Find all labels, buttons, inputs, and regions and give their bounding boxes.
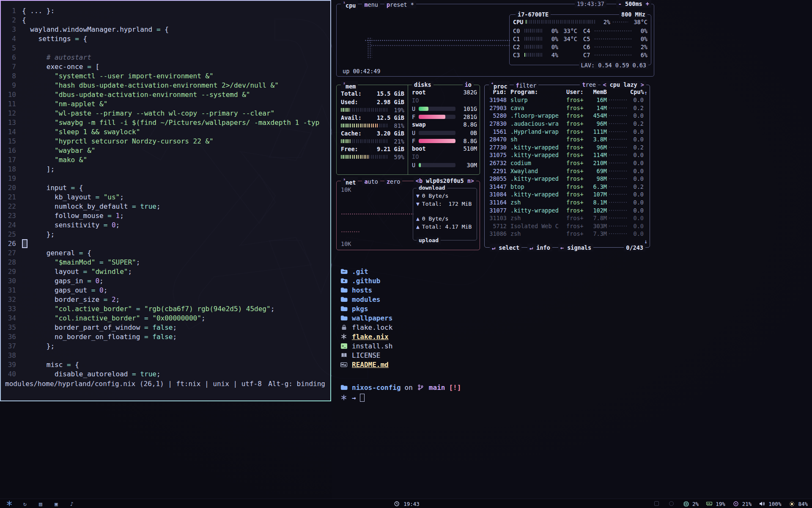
signals-button[interactable]: ← signals <box>558 244 593 251</box>
bar-nix-logo[interactable] <box>5 500 14 508</box>
process-row[interactable]: 5712Isolated Web Cfros+303M0.0 <box>487 222 644 230</box>
process-row[interactable]: 27903cavafros+14M0.2 <box>487 104 644 112</box>
disk-row: root382G <box>412 88 477 97</box>
line-number: 22 <box>1 202 16 211</box>
disk-usage-row: F8.8G <box>412 137 477 145</box>
tree-button[interactable]: tree <box>580 81 598 88</box>
editor-window[interactable]: 1{ ... }:2{3 wayland.windowManager.hyprl… <box>0 0 331 401</box>
bar-screen[interactable]: ▣ <box>52 501 60 507</box>
line-number: 4 <box>1 34 16 44</box>
disk-usage-value: 281G <box>458 113 477 120</box>
preset-button[interactable]: preset * <box>384 1 416 8</box>
disk-name: swap <box>412 121 426 129</box>
bar-music[interactable]: ♪ <box>68 501 76 507</box>
process-memory: 98M <box>588 175 607 182</box>
net-auto-button[interactable]: auto <box>362 178 380 185</box>
line-number: 17 <box>1 155 16 165</box>
cpu-total-label: CPU <box>513 19 523 25</box>
core-load: 4% <box>546 52 558 58</box>
mem-total-row: Total: 15.5 GiB <box>341 89 404 98</box>
disk-usage-label: F <box>412 138 417 144</box>
cpu-frequency: 800 MHz <box>619 11 647 18</box>
code-line-text: general = { <box>22 248 91 258</box>
process-row[interactable]: 31086zshfros+7.3M0.0 <box>487 230 644 238</box>
code-line-text: "systemctl --user import-environment &" <box>22 72 214 81</box>
process-row[interactable]: 31077.kitty-wrappedfros+102M0.0 <box>487 206 644 214</box>
code-line: 12 "wl-paste --primary --watch wl-copy -… <box>1 109 330 118</box>
process-row[interactable]: 27730.kitty-wrappedfros+96M0.2 <box>487 144 644 152</box>
line-number: 21 <box>1 193 16 202</box>
code-line: 20 input = { <box>1 183 330 193</box>
line-number: 14 <box>1 127 16 137</box>
line-number: 26 <box>1 239 16 248</box>
process-row[interactable]: 28470shfros+3.8M0.0 <box>487 135 644 144</box>
net-interface-switcher[interactable]: <b wlp0s20f0u5 n> <box>414 177 476 185</box>
process-row[interactable]: 27830.audacious-wrafros+96M0.2 <box>487 120 644 128</box>
bar-module-brightness[interactable]: 84% <box>787 501 808 507</box>
mem-percent: 19% <box>390 107 404 113</box>
bar-notes[interactable]: ▤ <box>36 501 45 507</box>
tray-icon[interactable] <box>652 501 661 507</box>
core-name: C4 <box>583 28 593 34</box>
process-pid: 31075 <box>487 152 507 158</box>
process-name: .kitty-wrapped <box>507 175 566 182</box>
bar-module-disk[interactable]: 21% <box>732 501 752 507</box>
code-line-text: # autostart <box>22 53 91 62</box>
process-pid: 31447 <box>487 183 507 190</box>
mem-stat-value: 2.98 GiB <box>377 98 404 106</box>
shell-input-line[interactable]: → <box>340 393 812 402</box>
sort-selector[interactable]: < cpu lazy > <box>601 81 646 88</box>
core-load: 0% <box>546 44 558 50</box>
process-row[interactable]: 31948slurpfros+16M0.0 <box>487 96 644 104</box>
bar-module-value: 2% <box>692 501 699 507</box>
process-user: fros+ <box>566 112 588 119</box>
code-line: 33 "col.active_border" = "rgb(cba6f7) rg… <box>1 304 330 314</box>
process-pid: 2291 <box>487 168 507 174</box>
process-row[interactable]: 1561.Hyprland-wrapfros+111M0.0 <box>487 127 644 135</box>
disk-usage-value: 8.8G <box>458 138 477 144</box>
menu-button[interactable]: menu <box>362 1 380 8</box>
bar-refresh[interactable]: ↻ <box>21 501 29 507</box>
line-number: 40 <box>1 370 16 379</box>
net-zero-button[interactable]: zero <box>384 178 403 185</box>
code-line: 16 "waybar &" <box>1 146 330 155</box>
code-line: 27 general = { <box>1 248 330 258</box>
disk-usage-value: 0B <box>458 130 477 136</box>
mem-stat-label: Avail: <box>341 113 362 122</box>
code-line: 10 "dbus-update-activation-environment -… <box>1 90 330 99</box>
cpu-core-row: C34% <box>513 51 577 59</box>
clock-module[interactable]: 19:43 <box>392 501 420 507</box>
prompt-on-label: on <box>405 384 413 392</box>
tray-icon[interactable] <box>667 501 675 507</box>
terminal[interactable]: .git.githubhostsmodulespkgswallpapersfla… <box>332 254 812 499</box>
update-interval-control[interactable]: - 500ms + <box>616 0 651 8</box>
code-line: 4 settings = { <box>1 34 330 44</box>
file-list-item: .git <box>340 267 812 276</box>
git-branch-icon <box>417 384 425 390</box>
bar-module-volume[interactable]: 100% <box>758 501 781 507</box>
line-number: 35 <box>1 323 16 332</box>
process-row[interactable]: 28055.kitty-wrappedfros+98M0.0 <box>487 175 644 183</box>
process-row[interactable]: 5280.floorp-wrappefros+454M0.0 <box>487 112 644 120</box>
tray-2-icon <box>667 501 675 506</box>
bar-module-memory[interactable]: 19% <box>705 501 725 507</box>
select-button[interactable]: ↵ select <box>490 244 521 251</box>
bar-module-cpu[interactable]: 2% <box>682 501 699 507</box>
filter-button[interactable]: filter <box>514 82 539 89</box>
btop-clock: 19:43:37 <box>575 0 606 8</box>
scroll-up-icon[interactable]: ↑ <box>644 89 647 96</box>
line-number: 36 <box>1 332 16 342</box>
process-row[interactable]: 31447btopfros+6.3M0.2 <box>487 183 644 191</box>
process-name: Isolated Web C <box>507 223 566 229</box>
process-row[interactable]: 31103zshfros+7.8M0.0 <box>487 214 644 222</box>
tray-1-icon <box>652 501 661 506</box>
process-row[interactable]: 2291Xwaylandfros+69M0.0 <box>487 167 644 175</box>
info-button[interactable]: ↵ info <box>527 244 552 251</box>
process-row[interactable]: 31164zshfros+8.1M0.0 <box>487 199 644 207</box>
file-name: README.md <box>352 361 389 369</box>
process-row[interactable]: 31084.kitty-wrappedfros+107M0.0 <box>487 190 644 199</box>
process-row[interactable]: 31075.kitty-wrappedfros+114M0.0 <box>487 151 644 159</box>
editor-cursor <box>22 239 27 248</box>
process-memory: 96M <box>588 120 607 127</box>
process-row[interactable]: 26732codiumfros+210M0.0 <box>487 159 644 167</box>
